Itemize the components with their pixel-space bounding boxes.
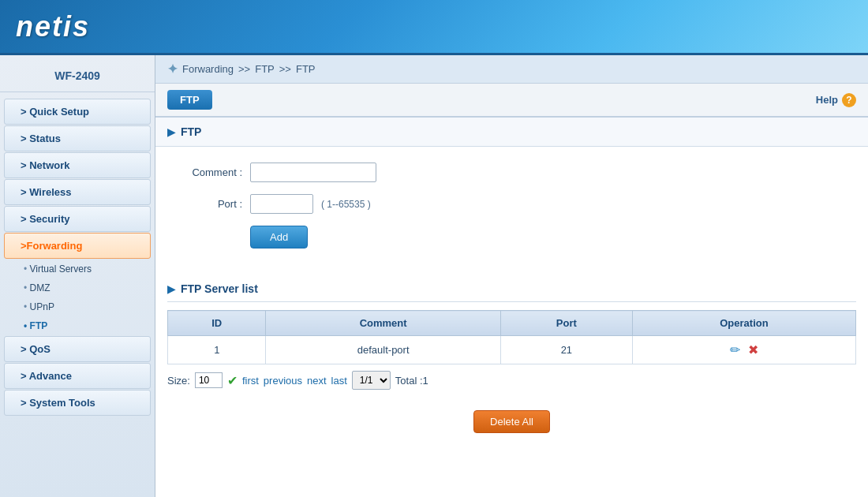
add-button[interactable]: Add [250, 226, 308, 248]
edit-icon[interactable]: ✏ [730, 343, 740, 357]
col-id: ID [168, 311, 266, 336]
port-hint: ( 1--65535 ) [321, 199, 371, 210]
add-row: Add [179, 226, 844, 248]
main-layout: WF-2409 > Quick Setup > Status > Network… [0, 55, 868, 497]
breadcrumb-ftp2: FTP [296, 63, 316, 75]
ftp-section-title: FTP [181, 125, 201, 138]
help-label: Help [816, 94, 838, 106]
tab-ftp[interactable]: FTP [167, 90, 212, 110]
breadcrumb-sep1: >> [238, 63, 250, 75]
next-link[interactable]: next [307, 375, 327, 387]
comment-label: Comment : [179, 166, 242, 178]
breadcrumb: ✦ Forwarding >> FTP >> FTP [155, 55, 868, 84]
ftp-form: Comment : Port : ( 1--65535 ) Add [155, 147, 868, 276]
ftp-section-header: ▶ FTP [155, 118, 868, 147]
list-title: FTP Server list [181, 282, 258, 295]
size-label: Size: [167, 375, 190, 387]
list-arrow-icon: ▶ [167, 282, 176, 295]
help-area: Help ? [816, 93, 856, 107]
total-label: Total :1 [395, 375, 428, 387]
sidebar-subitem-upnp[interactable]: UPnP [0, 297, 155, 316]
sidebar-item-forwarding[interactable]: >Forwarding [4, 233, 151, 259]
sidebar-item-network[interactable]: > Network [4, 152, 151, 178]
comment-input[interactable] [250, 163, 376, 182]
sidebar: WF-2409 > Quick Setup > Status > Network… [0, 55, 155, 497]
size-confirm-icon[interactable]: ✔ [227, 373, 238, 388]
port-label: Port : [179, 198, 242, 210]
sidebar-item-status[interactable]: > Status [4, 125, 151, 151]
first-link[interactable]: first [242, 375, 259, 387]
content-panel: FTP Help ? ▶ FTP Comment : Port : [155, 84, 868, 497]
row-comment: default-port [266, 336, 500, 364]
row-port: 21 [500, 336, 632, 364]
sidebar-subitem-virtual-servers[interactable]: Virtual Servers [0, 260, 155, 278]
breadcrumb-ftp1: FTP [255, 63, 275, 75]
table-row: 1 default-port 21 ✏ ✖ [168, 336, 856, 364]
sidebar-item-security[interactable]: > Security [4, 206, 151, 232]
sidebar-item-system-tools[interactable]: > System Tools [4, 390, 151, 416]
page-select[interactable]: 1/1 [352, 371, 391, 390]
delete-row-icon[interactable]: ✖ [748, 343, 758, 357]
size-input[interactable] [195, 372, 223, 388]
col-port: Port [500, 311, 632, 336]
port-row: Port : ( 1--65535 ) [179, 194, 844, 214]
delete-all-button[interactable]: Delete All [473, 410, 550, 433]
last-link[interactable]: last [331, 375, 347, 387]
header: netis [0, 0, 868, 55]
port-input[interactable] [250, 194, 313, 214]
device-name: WF-2409 [0, 63, 155, 92]
breadcrumb-forwarding: Forwarding [182, 63, 234, 75]
logo: netis [16, 10, 90, 43]
sidebar-item-wireless[interactable]: > Wireless [4, 179, 151, 205]
delete-all-container: Delete All [167, 396, 856, 439]
sidebar-item-quick-setup[interactable]: > Quick Setup [4, 99, 151, 125]
help-badge[interactable]: ? [842, 93, 856, 107]
ftp-table: ID Comment Port Operation 1 default-port… [167, 310, 856, 364]
sidebar-item-qos[interactable]: > QoS [4, 336, 151, 362]
breadcrumb-sep2: >> [279, 63, 291, 75]
sidebar-subitem-ftp[interactable]: FTP [0, 316, 155, 335]
pagination: Size: ✔ first previous next last 1/1 Tot… [167, 364, 856, 396]
sidebar-subitem-dmz[interactable]: DMZ [0, 278, 155, 297]
col-operation: Operation [632, 311, 855, 336]
list-section-header: ▶ FTP Server list [167, 276, 856, 302]
sidebar-item-advance[interactable]: > Advance [4, 363, 151, 389]
col-comment: Comment [266, 311, 500, 336]
row-id: 1 [168, 336, 266, 364]
ftp-server-list: ▶ FTP Server list ID Comment Port Operat… [155, 276, 868, 451]
breadcrumb-plus-icon: ✦ [167, 62, 178, 77]
previous-link[interactable]: previous [264, 375, 302, 387]
section-arrow-icon: ▶ [167, 125, 176, 138]
comment-row: Comment : [179, 163, 844, 182]
tab-bar: FTP Help ? [155, 84, 868, 118]
row-operation: ✏ ✖ [632, 336, 855, 364]
content-area: SetupRouter.com ✦ Forwarding >> FTP >> F… [155, 55, 868, 497]
